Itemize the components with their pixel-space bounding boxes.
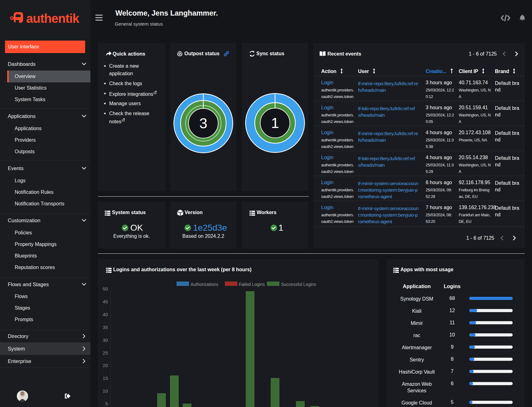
svg-text:3: 3 bbox=[199, 115, 207, 131]
svg-text:1: 1 bbox=[271, 115, 279, 131]
svg-text:authentik: authentik bbox=[26, 12, 80, 25]
